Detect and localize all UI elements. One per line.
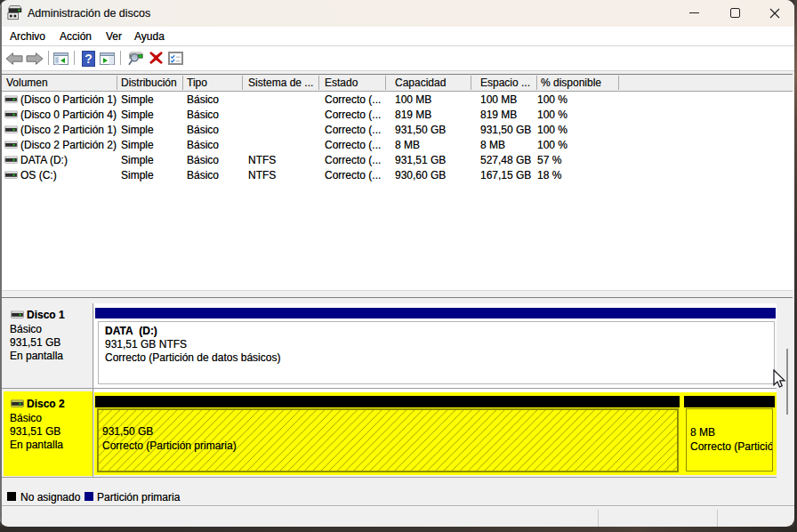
svg-text:?: ? bbox=[85, 52, 93, 66]
